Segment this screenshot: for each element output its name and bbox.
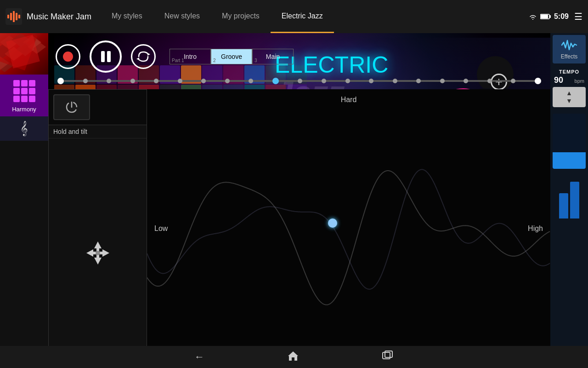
- timeline-dot[interactable]: [154, 79, 158, 83]
- timeline-dot[interactable]: [487, 79, 492, 83]
- record-icon: [63, 52, 73, 62]
- volume-slider[interactable]: [553, 114, 586, 169]
- svg-marker-58: [94, 242, 102, 248]
- effects-button[interactable]: Effects: [553, 35, 586, 63]
- status-icons: 5:09: [528, 12, 569, 21]
- timeline-track[interactable]: [57, 80, 541, 82]
- timeline[interactable]: [48, 73, 550, 89]
- timeline-dot[interactable]: [511, 79, 515, 83]
- waveform-canvas: [147, 89, 550, 368]
- decorative-top: [0, 33, 48, 75]
- treble-clef-button[interactable]: 𝄞: [0, 116, 48, 141]
- recent-apps-button[interactable]: [382, 351, 394, 363]
- timeline-dot[interactable]: [249, 79, 253, 83]
- svg-marker-60: [94, 258, 102, 264]
- svg-marker-55: [136, 58, 139, 60]
- tempo-title: TEMPO: [552, 69, 586, 75]
- tempo-section: TEMPO 90 bpm ▲ ▼: [550, 67, 588, 109]
- recent-apps-icon: [382, 351, 394, 361]
- timeline-dot[interactable]: [440, 79, 445, 83]
- playback-controls: Intro Part 1 Groove 2 Main 3: [48, 33, 550, 73]
- loop-button[interactable]: [131, 44, 156, 69]
- eq-bars: [553, 172, 586, 218]
- part-intro-button[interactable]: Intro Part 1: [170, 49, 211, 64]
- power-icon: [65, 101, 78, 114]
- tab-my-projects[interactable]: My projects: [211, 0, 271, 33]
- timeline-dot[interactable]: [83, 79, 88, 83]
- topbar-right: 5:09 ☰: [528, 11, 582, 22]
- timeline-dot-active[interactable]: [272, 78, 279, 84]
- app-logo: Music Maker Jam: [6, 8, 91, 25]
- timeline-dot[interactable]: [201, 79, 206, 83]
- pause-icon: [101, 51, 111, 62]
- svg-marker-10: [11, 33, 30, 47]
- low-label: Low: [154, 224, 168, 233]
- timeline-dot[interactable]: [464, 79, 468, 83]
- stepper-up-icon: ▲: [566, 89, 572, 97]
- clock: 5:09: [554, 12, 569, 21]
- timeline-dot[interactable]: [107, 79, 111, 83]
- timeline-dot[interactable]: [130, 79, 135, 83]
- harmony-label: Harmony: [12, 106, 36, 113]
- wave-position-dot[interactable]: [328, 218, 337, 228]
- tempo-unit: bpm: [575, 78, 584, 84]
- tempo-stepper[interactable]: ▲ ▼: [553, 87, 586, 107]
- timeline-dot[interactable]: [416, 79, 421, 83]
- tab-my-styles[interactable]: My styles: [101, 0, 153, 33]
- eq-bar-1: [559, 193, 568, 218]
- stepper-down-icon: ▼: [566, 97, 572, 105]
- svg-marker-67: [288, 351, 298, 361]
- svg-rect-4: [16, 13, 17, 20]
- home-button[interactable]: [287, 351, 299, 363]
- top-bar: Music Maker Jam My styles New styles My …: [0, 0, 588, 33]
- hold-tilt-label: Hold and tilt: [49, 125, 147, 138]
- timeline-dot[interactable]: [225, 79, 230, 83]
- home-icon: [287, 351, 299, 361]
- high-label: High: [528, 224, 543, 233]
- timeline-dot[interactable]: [178, 79, 182, 83]
- part-groove-button[interactable]: Groove 2: [211, 49, 252, 64]
- left-panel: Harmony 𝄞: [0, 33, 48, 368]
- timeline-dot[interactable]: [393, 79, 397, 83]
- directional-cross-icon: [84, 239, 112, 267]
- part-main-button[interactable]: Main 3: [252, 49, 294, 64]
- timeline-dot[interactable]: [298, 79, 302, 83]
- app-logo-icon: [6, 8, 22, 25]
- diamond-pattern: [0, 33, 48, 75]
- instrument-control: Hold and tilt: [48, 89, 147, 368]
- svg-marker-9: [0, 35, 18, 49]
- svg-rect-8: [541, 15, 548, 18]
- menu-button[interactable]: ☰: [574, 11, 582, 22]
- timeline-dot[interactable]: [345, 79, 350, 83]
- timeline-dot-start[interactable]: [57, 78, 64, 84]
- svg-rect-3: [13, 11, 15, 22]
- svg-marker-14: [16, 42, 34, 56]
- power-button[interactable]: [53, 94, 90, 120]
- timeline-dot[interactable]: [369, 79, 373, 83]
- svg-rect-1: [7, 15, 9, 18]
- instrument-area: Hold and tilt: [48, 89, 550, 368]
- slider-fill: [553, 152, 586, 169]
- main-area: Harmony 𝄞: [0, 33, 588, 368]
- svg-rect-5: [18, 15, 20, 18]
- waveform-area[interactable]: Hard Low High Soft: [147, 89, 550, 368]
- harmony-grid-icon: [11, 78, 37, 104]
- loop-icon: [136, 50, 150, 63]
- move-cross-area[interactable]: [49, 138, 147, 368]
- timeline-dot-end[interactable]: [535, 78, 541, 84]
- svg-marker-13: [5, 47, 23, 61]
- svg-marker-12: [0, 45, 11, 58]
- eq-bar-2: [570, 182, 579, 218]
- tab-new-styles[interactable]: New styles: [153, 0, 211, 33]
- svg-marker-54: [147, 53, 150, 56]
- record-button[interactable]: [56, 44, 80, 69]
- hard-label: Hard: [341, 96, 357, 104]
- pause-button[interactable]: [90, 40, 122, 73]
- timeline-dot[interactable]: [322, 79, 326, 83]
- back-button[interactable]: ←: [194, 351, 204, 363]
- harmony-button[interactable]: Harmony: [0, 75, 48, 116]
- effects-wave-icon: [561, 39, 577, 52]
- wifi-icon: [528, 13, 537, 20]
- svg-rect-7: [549, 15, 551, 18]
- tab-electric-jazz[interactable]: Electric Jazz: [271, 0, 334, 33]
